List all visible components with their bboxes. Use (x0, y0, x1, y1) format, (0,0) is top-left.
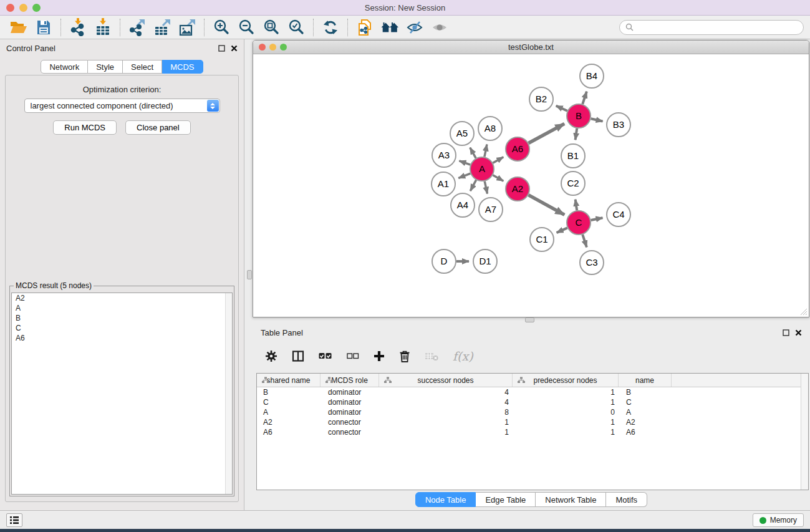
column-visibility-button[interactable] (292, 350, 304, 362)
table-cell[interactable]: dominator (321, 407, 379, 417)
graph-edge-C-C3[interactable] (582, 235, 587, 247)
memory-button[interactable]: Memory (753, 513, 804, 527)
table-cell[interactable]: 1 (513, 417, 619, 427)
table-cell[interactable]: 1 (379, 417, 513, 427)
float-panel-icon[interactable] (783, 329, 789, 336)
delete-table-button[interactable] (425, 351, 438, 361)
table-cell[interactable]: 1 (513, 387, 619, 397)
table-cell[interactable]: dominator (321, 397, 379, 407)
tab-network[interactable]: Network (41, 60, 88, 74)
float-panel-icon[interactable] (218, 45, 225, 52)
tab-select[interactable]: Select (123, 60, 162, 74)
table-cell[interactable]: A2 (257, 417, 321, 427)
table-cell[interactable]: C (619, 397, 672, 407)
mcds-result-item[interactable]: C (12, 323, 232, 333)
table-row[interactable]: Cdominator41C (257, 397, 808, 407)
column-header-successor-nodes[interactable]: successor nodes (379, 374, 513, 387)
network-window-titlebar[interactable]: testGlobe.txt (253, 41, 809, 54)
table-cell[interactable]: A (257, 407, 321, 417)
mcds-result-item[interactable]: B (12, 313, 232, 323)
graph-edge-A-A7[interactable] (485, 181, 487, 194)
table-cell[interactable]: connector (321, 417, 379, 427)
tab-motifs[interactable]: Motifs (606, 492, 647, 507)
graph-edge-B-B4[interactable] (582, 92, 587, 104)
save-session-button[interactable] (31, 17, 56, 37)
column-header-predecessor-nodes[interactable]: predecessor nodes (513, 374, 619, 387)
table-cell[interactable]: A2 (619, 417, 672, 427)
graph-edge-A-A4[interactable] (470, 180, 476, 191)
vertical-splitter-handle[interactable] (247, 270, 252, 279)
deselect-all-button[interactable] (347, 352, 359, 360)
graph-edge-A6-B[interactable] (529, 123, 565, 143)
table-cell[interactable]: 1 (513, 397, 619, 407)
column-header-shared-name[interactable]: shared name (257, 374, 321, 387)
close-panel-button[interactable]: Close panel (125, 120, 191, 135)
table-row[interactable]: Bdominator41B (257, 387, 808, 397)
export-network-button[interactable] (125, 17, 150, 37)
zoom-out-button[interactable] (234, 17, 259, 37)
graph-edge-A-A8[interactable] (485, 144, 487, 157)
task-history-button[interactable] (6, 513, 22, 527)
table-cell[interactable]: A6 (257, 427, 321, 437)
zoom-fit-button[interactable] (259, 17, 284, 37)
mcds-result-item[interactable]: A (12, 303, 232, 313)
table-row[interactable]: A2connector11A2 (257, 417, 808, 427)
table-cell[interactable]: C (257, 397, 321, 407)
graph-edge-A-A5[interactable] (470, 148, 476, 158)
column-header-MCDS-role[interactable]: MCDS role (321, 374, 379, 387)
graph-edge-C-C1[interactable] (557, 228, 567, 233)
minimize-window-button[interactable] (19, 4, 27, 12)
table-cell[interactable]: 4 (379, 387, 513, 397)
table-cell[interactable]: A6 (619, 427, 672, 437)
show-panel-button[interactable] (427, 17, 452, 37)
tab-edge-table[interactable]: Edge Table (476, 492, 536, 507)
graph-edge-A-A2[interactable] (493, 175, 503, 181)
network-canvas[interactable]: AA2A6BCA1A3A4A5A7A8B1B2B3B4C1C2C3C4DD1 (254, 55, 808, 316)
table-cell[interactable]: dominator (321, 387, 379, 397)
close-panel-icon[interactable] (231, 45, 238, 52)
result-scrollbar[interactable] (225, 293, 232, 494)
graph-edge-C-C4[interactable] (591, 218, 603, 220)
table-cell[interactable]: A (619, 407, 672, 417)
graph-edge-B-B3[interactable] (591, 118, 603, 121)
table-cell[interactable]: B (257, 387, 321, 397)
hide-panel-button[interactable] (402, 17, 427, 37)
mcds-result-item[interactable]: A2 (12, 293, 232, 303)
graph-edge-C-C2[interactable] (576, 200, 577, 210)
import-table-button[interactable] (90, 17, 115, 37)
minimize-view-button[interactable] (269, 44, 276, 51)
export-table-button[interactable] (150, 17, 175, 37)
table-cell[interactable]: 8 (379, 407, 513, 417)
tab-mcds[interactable]: MCDS (162, 60, 203, 74)
table-row[interactable]: Adominator80A (257, 407, 808, 417)
graph-edge-B-B2[interactable] (556, 106, 567, 111)
home-view-button[interactable] (377, 17, 402, 37)
open-file-button[interactable] (6, 17, 31, 37)
add-column-button[interactable] (374, 351, 385, 362)
search-input[interactable] (637, 22, 798, 32)
horizontal-splitter-handle[interactable] (525, 317, 534, 322)
search-box[interactable] (619, 20, 804, 35)
node-table[interactable]: shared nameMCDS rolesuccessor nodesprede… (256, 373, 809, 490)
table-cell[interactable]: 4 (379, 397, 513, 407)
import-network-button[interactable] (65, 17, 90, 37)
refresh-button[interactable] (318, 17, 343, 37)
graph-edge-A-A6[interactable] (493, 157, 503, 163)
table-cell[interactable]: 1 (379, 427, 513, 437)
zoom-selected-button[interactable] (284, 17, 309, 37)
graph-edge-A2-C[interactable] (529, 195, 565, 215)
export-image-button[interactable] (175, 17, 200, 37)
delete-column-button[interactable] (399, 350, 410, 362)
table-cell[interactable]: 0 (513, 407, 619, 417)
table-cell[interactable]: 1 (513, 427, 619, 437)
table-cell[interactable]: B (619, 387, 672, 397)
zoom-in-button[interactable] (209, 17, 234, 37)
graph-edge-B-B1[interactable] (576, 128, 577, 140)
tab-network-table[interactable]: Network Table (536, 492, 606, 507)
close-view-button[interactable] (259, 44, 266, 51)
tab-style[interactable]: Style (88, 60, 123, 74)
optimization-criterion-select[interactable]: largest connected component (directed) (24, 99, 220, 113)
zoom-window-button[interactable] (32, 4, 41, 12)
graph-edge-A-A3[interactable] (459, 161, 470, 165)
close-window-button[interactable] (6, 4, 14, 12)
